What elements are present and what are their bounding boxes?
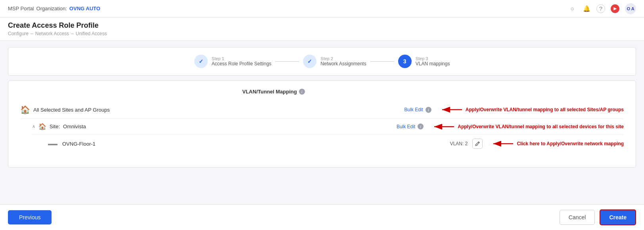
arrow-svg-all xyxy=(440,106,464,113)
step-1-name: Access Role Profile Settings xyxy=(212,61,272,67)
main-content: VLAN/Tunnel Mapping i 🏠 All Selected Sit… xyxy=(8,80,636,167)
step-1-labels: Step 1 Access Role Profile Settings xyxy=(212,56,272,67)
arrow-annotation-all: Apply/Overwrite VLAN/tunnel mapping to a… xyxy=(440,106,624,113)
row-all-sites: 🏠 All Selected Sites and AP Groups Bulk … xyxy=(20,101,624,119)
top-nav-left: MSP Portal Organization: OVNG AUTO xyxy=(8,6,100,11)
floor1-action: VLAN: 2 Click here to Apply/ xyxy=(450,139,624,149)
vlan-header: VLAN/Tunnel Mapping i xyxy=(20,89,624,95)
all-sites-name: All Selected Sites and AP Groups xyxy=(33,107,110,113)
omnivista-col: ∧ 🏠 Site: Omnivista xyxy=(32,123,397,130)
step-3-number: Step 3 xyxy=(416,56,450,61)
bell-icon[interactable]: 🔔 xyxy=(582,4,591,13)
floor1-col: ▬▬ OVNG-Floor-1 xyxy=(48,141,450,147)
bulk-edit-all-link[interactable]: Bulk Edit xyxy=(404,107,423,112)
top-nav: MSP Portal Organization: OVNG AUTO ○ 🔔 ?… xyxy=(0,0,644,17)
arrow-annotation-floor1: Click here to Apply/Overwrite network ma… xyxy=(491,140,624,147)
arrow-annotation-omnivista: Apply/Overwrite VLAN/tunnel mapping to a… xyxy=(432,123,624,130)
router-icon: ▬▬ xyxy=(48,141,58,146)
arrow-text-floor1: Click here to Apply/Overwrite network ma… xyxy=(517,141,624,146)
edit-vlan-button[interactable] xyxy=(472,139,483,149)
breadcrumb-network-access[interactable]: Network Access xyxy=(35,31,69,36)
breadcrumb: Configure – Network Access – Unified Acc… xyxy=(8,31,636,36)
step-3-icon: 3 xyxy=(398,55,412,68)
step-connector-1 xyxy=(275,61,299,62)
step-1-number: Step 1 xyxy=(212,56,272,61)
all-sites-col: 🏠 All Selected Sites and AP Groups xyxy=(20,105,404,114)
vlan-label: VLAN: 2 xyxy=(450,141,468,146)
step-3: 3 Step 3 VLAN mappings xyxy=(398,55,450,68)
arrow-svg-omnivista xyxy=(432,123,456,130)
breadcrumb-unified-access[interactable]: Unified Access xyxy=(76,31,107,36)
row-floor1: ▬▬ OVNG-Floor-1 VLAN: 2 xyxy=(48,135,624,153)
search-icon[interactable]: ○ xyxy=(568,4,577,13)
step-1: ✓ Step 1 Access Role Profile Settings xyxy=(194,55,272,68)
top-nav-right: ○ 🔔 ? ▶ O A xyxy=(568,3,636,14)
omnivista-name: Omnivista xyxy=(63,124,86,129)
step-connector-2 xyxy=(370,61,394,62)
help-icon[interactable]: ? xyxy=(596,4,605,13)
arrow-text-all: Apply/Overwrite VLAN/tunnel mapping to a… xyxy=(466,107,624,112)
bulk-edit-omnivista-link[interactable]: Bulk Edit xyxy=(397,124,415,129)
vlan-tunnel-label: VLAN/Tunnel Mapping xyxy=(242,89,297,95)
house-icon-all: 🏠 xyxy=(20,105,30,114)
page-title: Create Access Role Profile xyxy=(8,21,636,30)
omnivista-action: Bulk Edit i Apply/Overwrite VLAN/tunnel … xyxy=(397,123,624,130)
bulk-edit-omnivista-info[interactable]: i xyxy=(418,124,424,129)
breadcrumb-section: Create Access Role Profile Configure – N… xyxy=(0,17,644,41)
floor1-name: OVNG-Floor-1 xyxy=(62,141,96,147)
bulk-edit-all-info[interactable]: i xyxy=(426,107,431,113)
step-1-icon: ✓ xyxy=(194,55,208,68)
breadcrumb-configure[interactable]: Configure xyxy=(8,31,29,36)
all-sites-action: Bulk Edit i Apply/Overwrite VLAN/tunnel … xyxy=(404,106,624,113)
avatar[interactable]: O A xyxy=(625,3,636,14)
org-label: Organization: xyxy=(36,6,67,11)
omnivista-prefix: Site: xyxy=(50,124,60,129)
step-2-number: Step 2 xyxy=(320,56,366,61)
stepper-section: ✓ Step 1 Access Role Profile Settings ✓ … xyxy=(8,47,636,76)
house-icon-omnivista: 🏠 xyxy=(38,123,46,130)
step-2-name: Network Assignments xyxy=(320,61,366,67)
svg-point-4 xyxy=(477,145,477,146)
edit-vlan-icon xyxy=(475,141,480,146)
arrow-svg-floor1 xyxy=(491,140,515,147)
vlan-info-icon[interactable]: i xyxy=(299,89,305,95)
chevron-icon: ∧ xyxy=(32,124,35,129)
step-2-labels: Step 2 Network Assignments xyxy=(320,56,366,67)
app-name: MSP Portal xyxy=(8,6,34,11)
step-3-labels: Step 3 VLAN mappings xyxy=(416,56,450,67)
step-2-icon: ✓ xyxy=(303,55,316,68)
arrow-text-omnivista: Apply/Overwrite VLAN/tunnel mapping to a… xyxy=(458,124,624,129)
stepper: ✓ Step 1 Access Role Profile Settings ✓ … xyxy=(8,55,636,68)
step-3-name: VLAN mappings xyxy=(416,61,450,67)
row-omnivista: ∧ 🏠 Site: Omnivista Bulk Edit i Apply/Ov… xyxy=(32,119,624,135)
step-2: ✓ Step 2 Network Assignments xyxy=(303,55,366,68)
youtube-icon[interactable]: ▶ xyxy=(611,4,619,13)
org-name[interactable]: OVNG AUTO xyxy=(69,6,100,11)
